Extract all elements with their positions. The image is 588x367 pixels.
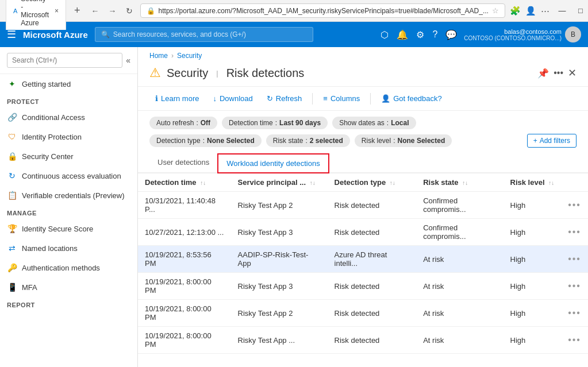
filter-detection-type[interactable]: Detection type : None Selected bbox=[149, 134, 262, 147]
cell-row-more[interactable]: ••• bbox=[561, 300, 588, 327]
col-detection-type[interactable]: Detection type ↑↓ bbox=[328, 173, 417, 192]
columns-button[interactable]: ≡ Columns bbox=[317, 91, 366, 106]
col-service-principal[interactable]: Service principal ... ↑↓ bbox=[231, 173, 328, 192]
browser-icon-group: 🧩 👤 ⋯ bbox=[510, 6, 549, 16]
user-avatar[interactable]: B bbox=[565, 26, 581, 43]
row-more-options-button[interactable]: ••• bbox=[568, 227, 581, 237]
sidebar-collapse-button[interactable]: « bbox=[126, 56, 130, 65]
row-more-options-button[interactable]: ••• bbox=[568, 254, 581, 264]
col-detection-time[interactable]: Detection time ↑↓ bbox=[138, 173, 231, 192]
getting-started-label: Getting started bbox=[22, 80, 71, 88]
filter-risk-level[interactable]: Risk level : None Selected bbox=[355, 134, 452, 147]
sidebar-item-identity-protection[interactable]: 🛡 Identity Protection bbox=[0, 127, 137, 146]
settings-icon[interactable]: ⚙ bbox=[416, 29, 424, 40]
sidebar-item-getting-started[interactable]: ✦ Getting started bbox=[0, 74, 137, 94]
sort-detection-type-icon: ↑↓ bbox=[390, 180, 395, 186]
sidebar-item-security-center[interactable]: 🔒 Security Center bbox=[0, 146, 137, 166]
azure-search-bar[interactable]: 🔍 bbox=[95, 27, 313, 42]
browser-refresh-button[interactable]: ↻ bbox=[123, 5, 136, 17]
breadcrumb-home[interactable]: Home bbox=[149, 52, 168, 60]
cell-risk-state: Confirmed compromis... bbox=[416, 219, 503, 246]
sidebar-item-identity-secure-score[interactable]: 🏆 Identity Secure Score bbox=[0, 219, 137, 238]
back-button[interactable]: ← bbox=[89, 5, 102, 17]
cell-detection-type: Risk detected bbox=[328, 300, 417, 327]
toolbar: ℹ Learn more ↓ Download ↻ Refresh ≡ Colu… bbox=[138, 87, 588, 111]
filter-auto-refresh[interactable]: Auto refresh : Off bbox=[149, 117, 217, 129]
cell-detection-time[interactable]: 10/19/2021, 8:00:00 PM bbox=[138, 327, 231, 354]
feedback-icon[interactable]: 💬 bbox=[445, 29, 457, 40]
filter-risk-level-value: None Selected bbox=[398, 137, 445, 145]
tab-workload-detections[interactable]: Workload identity detections bbox=[217, 153, 329, 173]
refresh-button[interactable]: ↻ Refresh bbox=[261, 91, 308, 106]
table-row[interactable]: 10/19/2021, 8:00:00 PM Risky Test App ..… bbox=[138, 327, 588, 354]
forward-button[interactable]: → bbox=[106, 5, 120, 17]
search-input[interactable] bbox=[113, 30, 307, 38]
extensions-icon[interactable]: 🧩 bbox=[510, 6, 521, 16]
cell-row-more[interactable]: ••• bbox=[561, 192, 588, 219]
feedback-button[interactable]: 👤 Got feedback? bbox=[375, 91, 448, 106]
star-icon[interactable]: ☆ bbox=[492, 6, 499, 15]
table-row[interactable]: 10/19/2021, 8:53:56 PM AADIP-SP-Risk-Tes… bbox=[138, 246, 588, 273]
breadcrumb-security[interactable]: Security bbox=[177, 52, 202, 60]
table-row[interactable]: 10/19/2021, 8:00:00 PM Risky Test App 2 … bbox=[138, 300, 588, 327]
close-tab-button[interactable]: × bbox=[55, 7, 59, 15]
cell-row-more[interactable]: ••• bbox=[561, 273, 588, 300]
cell-row-more[interactable]: ••• bbox=[561, 327, 588, 354]
browser-more-icon[interactable]: ⋯ bbox=[541, 6, 549, 16]
filter-show-dates[interactable]: Show dates as : Local bbox=[332, 117, 416, 129]
table-row[interactable]: 10/31/2021, 11:40:48 P... Risky Test App… bbox=[138, 192, 588, 219]
row-more-options-button[interactable]: ••• bbox=[568, 281, 581, 291]
filter-detection-type-label: Detection type bbox=[156, 137, 201, 145]
cell-row-more[interactable]: ••• bbox=[561, 246, 588, 273]
verifiable-creds-icon: 📋 bbox=[7, 190, 17, 200]
add-filters-button[interactable]: + Add filters bbox=[527, 134, 577, 148]
user-info[interactable]: balas@contoso.com CONTOSO (CONTOSO.ONMIC… bbox=[464, 26, 581, 43]
sidebar-search-input[interactable] bbox=[7, 53, 122, 68]
sidebar-item-verifiable-creds[interactable]: 📋 Verifiable credentials (Preview) bbox=[0, 186, 137, 205]
browser-tab[interactable]: A Security - Microsoft Azure × bbox=[6, 0, 66, 30]
row-more-options-button[interactable]: ••• bbox=[568, 335, 581, 345]
verifiable-creds-label: Verifiable credentials (Preview) bbox=[22, 191, 124, 200]
profile-icon[interactable]: 👤 bbox=[525, 6, 536, 16]
cell-detection-time[interactable]: 10/19/2021, 8:00:00 PM bbox=[138, 300, 231, 327]
address-bar[interactable]: 🔒 https://portal.azure.com/?Microsoft_AA… bbox=[140, 3, 505, 18]
sidebar-item-mfa[interactable]: 📱 MFA bbox=[0, 277, 137, 297]
tab-user-detections[interactable]: User detections bbox=[149, 153, 217, 173]
sidebar-item-named-locations[interactable]: ⇄ Named locations bbox=[0, 238, 137, 258]
download-button[interactable]: ↓ Download bbox=[207, 91, 258, 106]
cell-detection-time[interactable]: 10/19/2021, 8:53:56 PM bbox=[138, 246, 231, 273]
minimize-button[interactable]: — bbox=[554, 3, 570, 19]
table-row[interactable]: 10/27/2021, 12:13:00 ... Risky Test App … bbox=[138, 219, 588, 246]
filter-risk-state[interactable]: Risk state : 2 selected bbox=[266, 134, 350, 147]
col-risk-state[interactable]: Risk state ↑↓ bbox=[416, 173, 503, 192]
new-tab-button[interactable]: + bbox=[71, 5, 84, 17]
sidebar-item-continuous-access[interactable]: ↻ Continuous access evaluation bbox=[0, 166, 137, 186]
pin-icon[interactable]: 📌 bbox=[537, 68, 549, 79]
close-panel-button[interactable]: ✕ bbox=[568, 67, 577, 79]
cell-detection-time[interactable]: 10/31/2021, 11:40:48 P... bbox=[138, 192, 231, 219]
row-more-options-button[interactable]: ••• bbox=[568, 200, 581, 210]
row-more-options-button[interactable]: ••• bbox=[568, 308, 581, 318]
cell-row-more[interactable]: ••• bbox=[561, 219, 588, 246]
breadcrumb-separator: › bbox=[171, 52, 174, 60]
more-options-icon[interactable]: ••• bbox=[554, 68, 563, 78]
sort-service-principal-icon: ↑↓ bbox=[310, 180, 316, 186]
filter-detection-time[interactable]: Detection time : Last 90 days bbox=[222, 117, 328, 129]
sidebar-item-conditional-access[interactable]: 🔗 Conditional Access bbox=[0, 107, 137, 127]
named-locations-icon: ⇄ bbox=[7, 243, 17, 253]
hamburger-menu[interactable]: ☰ bbox=[7, 28, 16, 41]
maximize-button[interactable]: □ bbox=[572, 3, 588, 19]
help-icon[interactable]: ? bbox=[432, 29, 437, 40]
notifications-icon[interactable]: 🔔 bbox=[397, 29, 408, 40]
learn-more-button[interactable]: ℹ Learn more bbox=[149, 91, 205, 106]
portal-icon[interactable]: ⬡ bbox=[381, 29, 389, 40]
sidebar-item-auth-methods[interactable]: 🔑 Authentication methods bbox=[0, 258, 137, 277]
table-row[interactable]: 10/19/2021, 8:00:00 PM Risky Test App 3 … bbox=[138, 273, 588, 300]
breadcrumb: Home › Security bbox=[138, 47, 588, 62]
cell-risk-level: High bbox=[504, 300, 562, 327]
cell-detection-time[interactable]: 10/19/2021, 8:00:00 PM bbox=[138, 273, 231, 300]
user-org: CONTOSO (CONTOSO.ONMICRO...) bbox=[464, 35, 562, 41]
cell-detection-time[interactable]: 10/27/2021, 12:13:00 ... bbox=[138, 219, 231, 246]
col-risk-level[interactable]: Risk level ↑↓ bbox=[504, 173, 562, 192]
filter-risk-state-value: 2 selected bbox=[310, 137, 343, 145]
